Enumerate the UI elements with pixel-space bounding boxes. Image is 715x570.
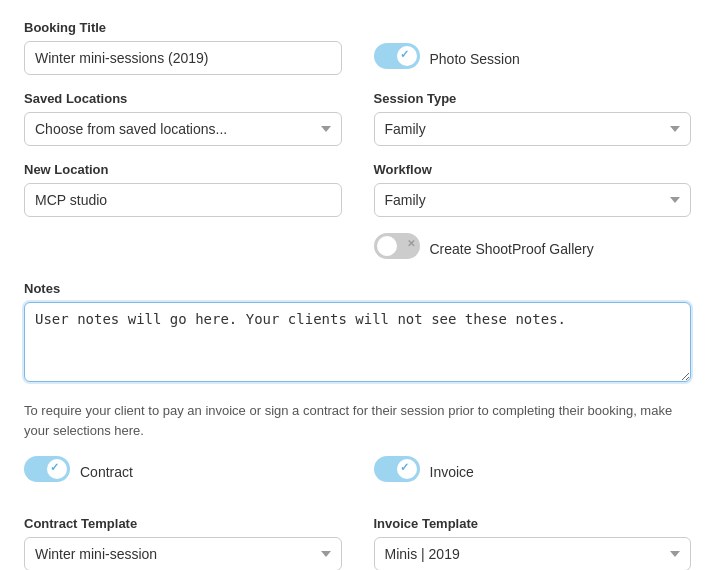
workflow-label: Workflow: [374, 162, 692, 177]
booking-title-input[interactable]: [24, 41, 342, 75]
contract-toggle[interactable]: [24, 456, 70, 482]
notes-label: Notes: [24, 281, 691, 296]
invoice-label: Invoice: [430, 464, 474, 480]
booking-title-label: Booking Title: [24, 20, 342, 35]
contract-template-select[interactable]: Winter mini-session Standard Contract: [24, 537, 342, 570]
shootproof-toggle[interactable]: [374, 233, 420, 259]
saved-locations-label: Saved Locations: [24, 91, 342, 106]
session-type-label: Session Type: [374, 91, 692, 106]
contract-label: Contract: [80, 464, 133, 480]
contract-template-label: Contract Template: [24, 516, 342, 531]
photo-session-label: Photo Session: [430, 51, 520, 67]
shootproof-label: Create ShootProof Gallery: [430, 241, 594, 257]
notes-textarea[interactable]: User notes will go here. Your clients wi…: [24, 302, 691, 382]
info-text: To require your client to pay an invoice…: [24, 401, 691, 440]
workflow-select[interactable]: Family Individual: [374, 183, 692, 217]
session-type-select[interactable]: Family Individual Couple: [374, 112, 692, 146]
saved-locations-select[interactable]: Choose from saved locations...: [24, 112, 342, 146]
new-location-input[interactable]: [24, 183, 342, 217]
photo-session-toggle[interactable]: [374, 43, 420, 69]
new-location-label: New Location: [24, 162, 342, 177]
invoice-toggle[interactable]: [374, 456, 420, 482]
invoice-template-label: Invoice Template: [374, 516, 692, 531]
invoice-template-select[interactable]: Minis | 2019 Standard Invoice: [374, 537, 692, 570]
